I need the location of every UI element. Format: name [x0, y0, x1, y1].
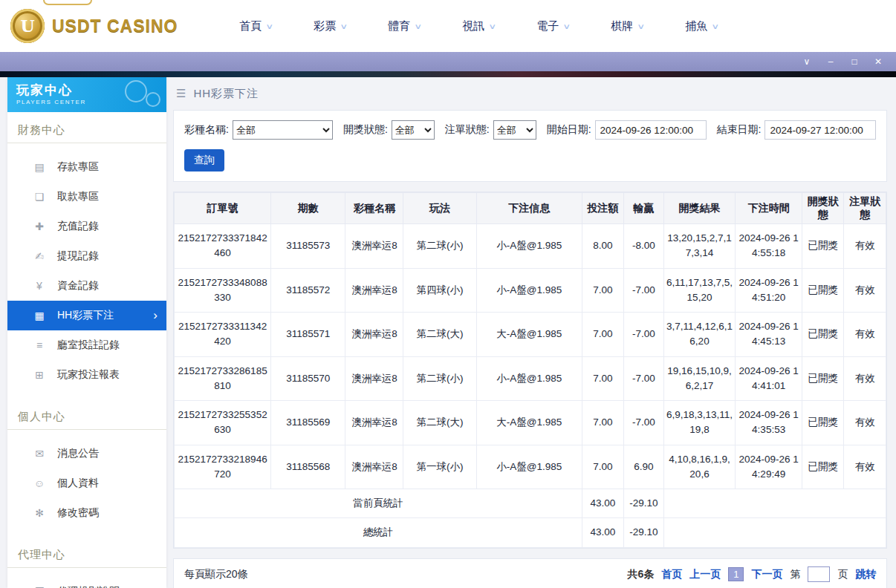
sidebar-item-label: 資金記錄: [57, 279, 99, 293]
lottery-bet-icon: ▦: [33, 310, 46, 321]
cell-bet-info: 小-A盤@1.985: [476, 356, 582, 401]
page-total-bet-amount: 43.00: [582, 489, 623, 518]
cell-bet-amount: 7.00: [582, 401, 623, 445]
jump-link[interactable]: 跳转: [855, 568, 876, 581]
chevron-down-icon: ∨: [711, 22, 719, 30]
draw-status-select[interactable]: 全部: [392, 120, 435, 140]
sidebar-group-finance: ▤ 存款專區 ❏ 取款專區 ✚ 充值記錄 ✍ 提現記錄 ¥ 資金記錄: [7, 143, 166, 399]
cell-bet-time: 2024-09-26 14:29:49: [736, 445, 802, 489]
chevron-down-icon: ∨: [562, 22, 571, 30]
cell-win-loss: 6.90: [623, 445, 663, 489]
table-row: 2152172733371842460 31185573 澳洲幸运8 第二球(小…: [175, 224, 886, 269]
section-heading-agent: 代理中心: [7, 543, 166, 568]
cell-play: 第二球(大): [403, 401, 476, 445]
cell-order-no: 2152172733371842460: [175, 224, 271, 269]
pagination-controls: 共6条 首页 上一页 1 下一页 第 页 跳转: [627, 566, 876, 582]
menu-icon: ☰: [176, 87, 186, 100]
brand-badge-letter: U: [20, 16, 34, 36]
first-page-link[interactable]: 首页: [661, 568, 682, 581]
sidebar-item-withdrawal-records[interactable]: ✍ 提現記錄: [7, 241, 166, 271]
page-total-row: 當前頁統計 43.00 -29.10: [175, 489, 886, 518]
cell-order-no: 2152172733218946720: [175, 445, 271, 489]
brand-badge-icon: U: [10, 9, 45, 43]
nav-item-video[interactable]: 視訊 ∨: [441, 19, 516, 33]
grand-total-label: 總統計: [175, 518, 582, 547]
chevron-down-icon: ∨: [637, 22, 645, 30]
start-date-input[interactable]: [595, 120, 707, 140]
cell-period: 31185572: [271, 268, 345, 313]
sidebar-item-room-bet-records[interactable]: ≡ 廳室投註記錄: [7, 330, 166, 360]
billiard-ball-decoration: [146, 92, 160, 107]
cell-order-no: 2152172733286185810: [175, 356, 271, 401]
window-collapse-icon[interactable]: ∨: [795, 52, 819, 71]
lottery-name-select[interactable]: 全部: [233, 120, 333, 140]
chevron-right-icon: ›: [153, 308, 158, 323]
section-heading-finance: 財務中心: [7, 118, 166, 143]
banner-strip-decoration: [0, 71, 896, 77]
sidebar-item-player-bet-report[interactable]: ⊞ 玩家投注報表: [7, 360, 166, 390]
next-page-link[interactable]: 下一页: [751, 568, 782, 581]
nav-item-home[interactable]: 首頁 ∨: [218, 19, 293, 33]
cell-lottery: 澳洲幸运8: [345, 268, 403, 313]
cell-lottery: 澳洲幸运8: [345, 356, 403, 401]
grand-total-bet-amount: 43.00: [582, 518, 623, 547]
sidebar-item-label: 廳室投註記錄: [57, 339, 120, 352]
cell-bet-time: 2024-09-26 14:45:13: [736, 313, 802, 357]
sidebar-item-deposit[interactable]: ▤ 存款專區: [7, 152, 166, 182]
end-date-input[interactable]: [764, 120, 876, 140]
page-total-label: 當前頁統計: [175, 489, 582, 518]
recharge-record-icon: ✚: [33, 220, 46, 232]
col-header-draw-result: 開獎結果: [663, 193, 735, 224]
current-page-indicator[interactable]: 1: [728, 567, 744, 581]
cell-order-status: 有效: [844, 268, 886, 313]
players-center-header: 玩家中心 PLAYERS CENTER: [7, 77, 166, 112]
nav-item-lottery[interactable]: 彩票 ∨: [293, 19, 367, 33]
cell-period: 31185571: [271, 313, 345, 357]
cell-order-status: 有效: [844, 313, 886, 357]
sidebar-item-recharge-records[interactable]: ✚ 充值記錄: [7, 212, 166, 241]
pagination-bar: 每頁顯示20條 共6条 首页 上一页 1 下一页 第 页 跳转: [173, 558, 887, 588]
sidebar-item-announcements[interactable]: ✉ 消息公告: [7, 439, 166, 468]
cell-lottery: 澳洲幸运8: [345, 224, 403, 269]
sidebar-item-label: 提現記錄: [57, 249, 99, 263]
cell-play: 第二球(大): [403, 313, 476, 357]
nav-item-slots[interactable]: 電子 ∨: [516, 19, 590, 33]
sidebar-item-funds-records[interactable]: ¥ 資金記錄: [7, 271, 166, 301]
sidebar-item-label: 個人資料: [57, 477, 99, 490]
main-panel: ☰ HH彩票下注 彩種名稱: 全部 開獎狀態: 全部 注單狀態: 全部: [173, 77, 887, 588]
sidebar-item-hh-lottery-bets[interactable]: ▦ HH彩票下注 ›: [7, 301, 166, 330]
chevron-down-icon: ∨: [414, 22, 422, 30]
cell-bet-info: 小-A盤@1.985: [476, 224, 582, 269]
page-jump-input[interactable]: [808, 566, 830, 582]
brand-logo[interactable]: U USDT CASINO: [10, 9, 178, 43]
nav-item-board-games[interactable]: 棋牌 ∨: [590, 19, 664, 33]
password-icon: ✻: [33, 507, 46, 519]
bets-table-panel: 訂單號 期數 彩種名稱 玩法 下注信息 投注額 輸贏 開獎結果 下注時間 開獎狀…: [173, 192, 887, 549]
sidebar-item-change-password[interactable]: ✻ 修改密碼: [7, 498, 166, 528]
nav-item-label: 視訊: [462, 19, 484, 33]
nav-item-label: 彩票: [314, 19, 336, 33]
col-header-bet-info: 下注信息: [476, 193, 582, 224]
window-close-icon[interactable]: ✕: [866, 52, 890, 71]
cell-draw-result: 3,7,11,4,12,6,16,20: [663, 313, 735, 357]
window-minimize-icon[interactable]: –: [819, 52, 843, 71]
page-title: HH彩票下注: [193, 87, 259, 101]
search-button[interactable]: 查詢: [184, 149, 224, 172]
sidebar-item-profile[interactable]: ☺ 個人資料: [7, 468, 166, 498]
prev-page-link[interactable]: 上一页: [689, 568, 721, 581]
cell-order-status: 有效: [844, 224, 886, 269]
sidebar-item-agent-rules[interactable]: ❒ 代理規則說明: [7, 577, 166, 588]
col-header-win-loss: 輸贏: [623, 193, 663, 224]
nav-item-sports[interactable]: 體育 ∨: [367, 19, 441, 33]
cell-bet-time: 2024-09-26 14:51:20: [736, 268, 802, 313]
cell-bet-info: 小-A盤@1.985: [476, 445, 582, 489]
col-header-order-no: 訂單號: [175, 193, 271, 224]
nav-item-fishing[interactable]: 捕魚 ∨: [664, 19, 738, 33]
window-maximize-icon[interactable]: □: [843, 52, 866, 71]
profile-icon: ☺: [33, 477, 46, 489]
start-date-label: 開始日期:: [547, 123, 591, 137]
order-status-select[interactable]: 全部: [493, 120, 536, 140]
cell-win-loss: -7.00: [623, 313, 663, 357]
sidebar-item-withdraw[interactable]: ❏ 取款專區: [7, 182, 166, 212]
page-word-after: 页: [837, 568, 848, 581]
